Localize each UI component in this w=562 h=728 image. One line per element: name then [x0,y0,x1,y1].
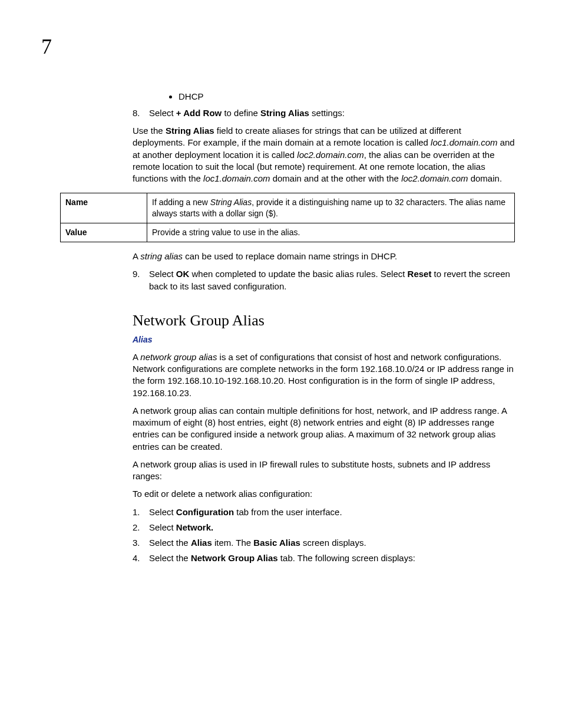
text: tab. The following screen displays: [278,553,415,563]
chapter-number: 7 [41,32,515,61]
desc-cell: Provide a string value to use in the ali… [147,223,515,242]
text: Select the [149,538,191,548]
paragraph-nga-limits: A network group alias can contain multip… [133,405,515,453]
text: A [133,251,140,261]
text: when completed to update the basic alias… [189,269,407,279]
text-bold: Configuration [176,507,234,517]
text-bold: Basic Alias [253,538,300,548]
step-1: 1. Select Configuration tab from the use… [133,506,515,518]
term-cell: Name [61,193,147,223]
content-column: A string alias can be used to replace do… [133,251,515,564]
text: item. The [212,538,254,548]
paragraph-nga-intro: To edit or delete a network alias config… [133,488,515,500]
list-item: DHCP [178,91,515,103]
paragraph-string-alias: Use the String Alias field to create ali… [133,125,515,185]
text-italic: loc1.domain.com [431,137,497,147]
step8-post: settings: [309,108,345,118]
text-italic: loc2.domain.com [297,150,363,160]
text-bold: OK [176,269,190,279]
text-bold: Network Group Alias [191,553,278,563]
step-number: 2. [133,522,149,533]
breadcrumb: Alias [133,334,515,345]
step-3: 3. Select the Alias item. The Basic Alia… [133,537,515,549]
step-number: 8. [133,107,149,119]
desc-cell: If adding a new String Alias, provide it… [147,193,515,223]
text-italic: loc2.domain.com [401,173,468,183]
step-number: 9. [133,268,149,292]
step-2: 2. Select Network. [133,522,515,533]
section-heading: Network Group Alias [133,310,515,331]
text-italic: loc1.domain.com [203,173,270,183]
document-page: 7 DHCP 8. Select + Add Row to define Str… [0,0,562,728]
term-cell: Value [61,223,147,242]
table-row: Value Provide a string value to use in t… [61,223,515,242]
step8-mid: to define [222,108,260,118]
table-row: Name If adding a new String Alias, provi… [61,193,515,223]
step-number: 1. [133,506,149,518]
paragraph-nga-def: A network group alias is a set of config… [133,351,515,399]
paragraph-string-alias-note: A string alias can be used to replace do… [133,251,515,262]
content-column: DHCP 8. Select + Add Row to define Strin… [133,91,515,185]
text: tab from the user interface. [234,507,342,517]
table-column: Name If adding a new String Alias, provi… [60,193,515,242]
text-bold: Network. [176,522,213,532]
text: Select [149,522,176,532]
text: Use the [133,126,166,136]
text: Select [149,507,176,517]
text-italic: string alias [140,251,183,261]
step-9: 9. Select OK when completed to update th… [133,268,515,292]
definition-table: Name If adding a new String Alias, provi… [60,193,515,242]
bullet-list: DHCP [133,91,515,103]
text: domain and at the other with the [270,173,401,183]
text: Select [149,269,176,279]
text: domain. [468,173,503,183]
step8-bold2: String Alias [260,108,309,118]
step-number: 3. [133,537,149,549]
text-bold: String Alias [166,126,214,136]
text-italic: network group alias [140,352,217,362]
step-8: 8. Select + Add Row to define String Ali… [133,107,515,119]
step-4: 4. Select the Network Group Alias tab. T… [133,552,515,564]
text-bold: Alias [191,538,212,548]
text: A [133,352,140,362]
text: can be used to replace domain name strin… [183,251,397,261]
text: If adding a new [152,197,210,207]
step8-bold1: + Add Row [176,108,222,118]
text: screen displays. [300,538,366,548]
text: Select the [149,553,191,563]
text-italic: String Alias [210,197,252,207]
text-bold: Reset [408,269,432,279]
step8-text: Select [149,108,176,118]
step-number: 4. [133,552,149,564]
paragraph-nga-usage: A network group alias is used in IP fire… [133,459,515,483]
